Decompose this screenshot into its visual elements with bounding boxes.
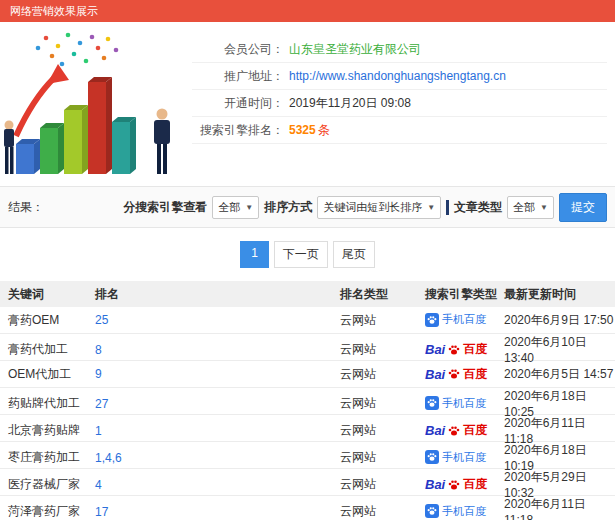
engine-cell: Bai 百度 [425,366,504,383]
mobile-baidu-paw-icon [425,396,439,410]
engine-filter-label: 分搜索引擎查看 [123,199,207,216]
table-body: 膏药OEM 25 云网站 手机百度 2020年6月9日 17:50 膏药代加工 … [0,307,615,520]
baidu-cn-label: 百度 [463,366,487,383]
promo-url-row: 推广地址： http://www.shandonghuangshengtang.… [192,63,607,90]
confetti-dots [36,33,119,67]
baidu-latin: Bai [425,367,445,382]
member-company-row: 会员公司： 山东皇圣堂药业有限公司 [192,36,607,63]
engine-cell: Bai 百度 [425,476,504,493]
open-time-row: 开通时间： 2019年11月20日 09:08 [192,90,607,117]
keyword-cell: 膏药代加工 [8,341,95,358]
chevron-down-icon: ▼ [245,203,253,212]
rank-link[interactable]: 1 [95,424,102,438]
table-row: 菏泽膏药厂家 17 云网站 手机百度 2020年6月11日 11:18 [0,496,615,520]
baidu-latin: Bai [425,423,445,438]
col-header-keyword: 关键词 [8,286,95,303]
mobile-baidu-label: 手机百度 [442,396,486,411]
page-title: 网络营销效果展示 [10,5,98,17]
engine-baidu: Bai 百度 [425,366,487,383]
baidu-latin: Bai [425,477,445,492]
rank-type-cell: 云网站 [340,449,425,466]
table-header-row: 关键词 排名 排名类型 搜索引擎类型 最新更新时间 [0,281,615,307]
update-time-cell: 2020年6月11日 11:18 [504,496,615,520]
mobile-baidu-label: 手机百度 [442,504,486,519]
table-row: 膏药OEM 25 云网站 手机百度 2020年6月9日 17:50 [0,307,615,334]
engine-cell: 手机百度 [425,396,504,412]
result-label: 结果： [8,199,44,216]
rank-link[interactable]: 25 [95,313,108,327]
sort-filter-label: 排序方式 [264,199,312,216]
rank-count-label: 搜索引擎排名： [192,117,284,143]
page-header: 网络营销效果展示 [0,0,615,22]
engine-cell: 手机百度 [425,450,504,466]
keyword-cell: 北京膏药贴牌 [8,422,95,439]
info-section: 会员公司： 山东皇圣堂药业有限公司 推广地址： http://www.shand… [0,22,615,186]
update-time-cell: 2020年6月10日 13:40 [504,334,615,365]
table-row: 北京膏药贴牌 1 云网站 Bai 百度 2020年6月11日 11:18 [0,415,615,442]
keyword-cell: 膏药OEM [8,312,95,329]
rank-link[interactable]: 9 [95,367,102,381]
table-row: 药贴牌代加工 27 云网站 手机百度 2020年6月18日 10:25 [0,388,615,415]
chevron-down-icon: ▼ [427,203,435,212]
engine-mobile-baidu: 手机百度 [425,450,486,465]
submit-button[interactable]: 提交 [559,193,607,222]
next-page-button[interactable]: 下一页 [274,241,328,268]
sort-filter-select[interactable]: 关键词由短到长排序 ▼ [317,196,441,219]
filter-bar: 结果： 分搜索引擎查看 全部 ▼ 排序方式 关键词由短到长排序 ▼ 文章类型 全… [0,186,615,228]
chevron-down-icon: ▼ [540,203,548,212]
baidu-cn-label: 百度 [463,422,487,439]
sort-filter-value: 关键词由短到长排序 [323,200,422,215]
rank-type-cell: 云网站 [340,422,425,439]
engine-baidu: Bai 百度 [425,341,487,358]
businessman-right-figure [154,109,170,175]
engine-baidu: Bai 百度 [425,422,487,439]
engine-cell: 手机百度 [425,312,504,328]
rank-link[interactable]: 8 [95,343,102,357]
rank-link[interactable]: 4 [95,478,102,492]
engine-baidu: Bai 百度 [425,476,487,493]
engine-filter-select[interactable]: 全部 ▼ [212,196,259,219]
rank-type-cell: 云网站 [340,476,425,493]
pagination: 1 下一页 尾页 [0,241,615,268]
mobile-baidu-label: 手机百度 [442,312,486,327]
col-header-rank: 排名 [95,286,340,303]
baidu-paw-icon [448,425,460,437]
article-type-select[interactable]: 全部 ▼ [507,196,554,219]
businessman-left-figure [4,121,14,175]
growth-chart-image [2,28,192,184]
rank-type-cell: 云网站 [340,312,425,329]
bar-chart-illustration [2,28,192,180]
member-info-fields: 会员公司： 山东皇圣堂药业有限公司 推广地址： http://www.shand… [192,36,607,184]
col-header-rank-type: 排名类型 [340,286,425,303]
mobile-baidu-paw-icon [425,504,439,518]
engine-cell: Bai 百度 [425,422,504,439]
promo-url-link[interactable]: http://www.shandonghuangshengtang.cn [289,63,506,89]
keyword-cell: 药贴牌代加工 [8,395,95,412]
engine-filter-value: 全部 [218,200,240,215]
keyword-cell: 医疗器械厂家 [8,476,95,493]
rank-link[interactable]: 1,4,6 [95,451,122,465]
mobile-baidu-paw-icon [425,450,439,464]
last-page-button[interactable]: 尾页 [333,241,375,268]
results-table: 关键词 排名 排名类型 搜索引擎类型 最新更新时间 膏药OEM 25 云网站 手… [0,281,615,520]
update-time-cell: 2020年6月9日 17:50 [504,312,615,329]
engine-mobile-baidu: 手机百度 [425,396,486,411]
table-row: 膏药代加工 8 云网站 Bai 百度 2020年6月10日 13:40 [0,334,615,361]
baidu-paw-icon [448,368,460,380]
baidu-cn-label: 百度 [463,476,487,493]
update-time-cell: 2020年6月5日 14:57 [504,366,615,383]
rank-type-cell: 云网站 [340,503,425,520]
separator-bar [446,200,449,215]
open-time-value: 2019年11月20日 09:08 [289,90,411,116]
rank-count-unit: 条 [318,117,330,143]
rank-type-cell: 云网站 [340,395,425,412]
rank-link[interactable]: 27 [95,397,108,411]
engine-mobile-baidu: 手机百度 [425,504,486,519]
col-header-update-time: 最新更新时间 [504,286,615,303]
engine-mobile-baidu: 手机百度 [425,312,486,327]
article-type-label: 文章类型 [454,199,502,216]
rank-link[interactable]: 17 [95,505,108,519]
col-header-engine-type: 搜索引擎类型 [425,286,504,303]
rank-count-row: 搜索引擎排名： 5325 条 [192,117,607,144]
page-current[interactable]: 1 [240,241,269,268]
